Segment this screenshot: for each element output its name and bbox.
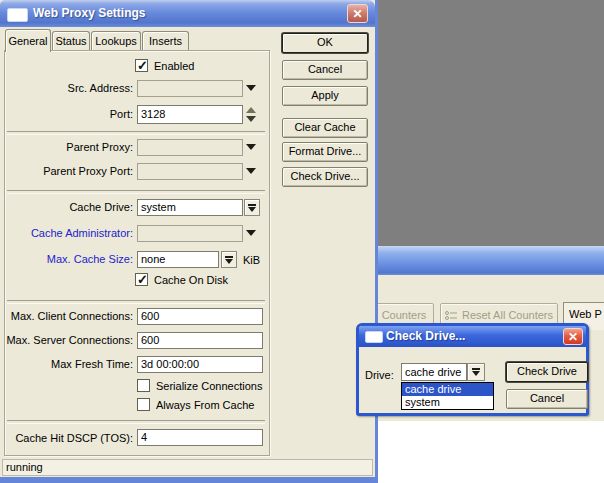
dropdown-option-cache-drive[interactable]: cache drive xyxy=(402,383,493,396)
combo-drop-icon xyxy=(248,207,256,212)
format-drive-button[interactable]: Format Drive... xyxy=(282,142,368,162)
max-server-connections-label: Max. Server Connections: xyxy=(0,332,133,349)
check-drive-confirm-button[interactable]: Check Drive xyxy=(506,362,588,382)
cache-hit-dscp-label: Cache Hit DSCP (TOS): xyxy=(0,430,133,447)
cache-drive-combo-button[interactable] xyxy=(244,199,260,216)
cache-drive-label: Cache Drive: xyxy=(0,199,133,216)
parent-proxy-field[interactable] xyxy=(137,139,243,156)
spin-down-icon[interactable] xyxy=(246,116,256,122)
port-stepper[interactable] xyxy=(246,107,256,122)
tab-general[interactable]: General xyxy=(5,29,51,52)
cancel-button-label: Cancel xyxy=(308,63,342,75)
check-drive-confirm-label: Check Drive xyxy=(517,365,577,377)
max-fresh-time-label: Max Fresh Time: xyxy=(0,356,133,373)
clear-cache-button-label: Clear Cache xyxy=(294,121,355,133)
dropdown-arrow-icon[interactable] xyxy=(246,144,256,150)
port-label: Port: xyxy=(0,106,133,123)
drive-dropdown-list: cache drive system xyxy=(401,382,494,410)
separator xyxy=(7,131,265,134)
combo-drop-icon xyxy=(472,368,480,370)
check-drive-title: Check Drive... xyxy=(386,329,465,343)
src-address-label: Src. Address: xyxy=(0,80,133,97)
spin-up-icon[interactable] xyxy=(246,107,256,113)
max-cache-size-combo-button[interactable] xyxy=(221,251,237,268)
check-drive-cancel-button[interactable]: Cancel xyxy=(506,389,588,409)
cache-on-disk-checkbox[interactable] xyxy=(135,273,148,286)
combo-drop-icon xyxy=(225,259,233,264)
max-cache-size-field[interactable]: none xyxy=(137,251,219,268)
check-drive-cancel-label: Cancel xyxy=(530,392,564,404)
max-server-connections-field[interactable]: 600 xyxy=(137,332,263,349)
check-drive-button[interactable]: Check Drive... xyxy=(282,167,368,187)
tab-inserts-label: Inserts xyxy=(149,35,182,47)
check-drive-button-label: Check Drive... xyxy=(290,170,359,182)
counters-icon xyxy=(445,310,458,320)
screen: Counters Reset All Counters Web P Web Pr… xyxy=(0,0,604,483)
tab-general-label: General xyxy=(8,35,47,47)
always-from-cache-checkbox[interactable] xyxy=(137,398,150,411)
max-client-connections-field[interactable]: 600 xyxy=(137,308,263,325)
drive-label: Drive: xyxy=(365,366,394,384)
enabled-label: Enabled xyxy=(154,59,194,73)
combo-drop-icon xyxy=(472,371,480,376)
parent-proxy-port-field[interactable] xyxy=(137,163,243,180)
cancel-button[interactable]: Cancel xyxy=(282,60,368,80)
web-proxy-settings-window: Web Proxy Settings ✕ General Status Look… xyxy=(0,0,378,483)
enabled-checkbox[interactable] xyxy=(135,59,148,72)
close-icon[interactable]: ✕ xyxy=(563,328,583,345)
separator xyxy=(7,190,265,193)
window-icon xyxy=(7,8,28,22)
combo-drop-icon xyxy=(248,204,256,206)
max-cache-size-label: Max. Cache Size: xyxy=(0,251,133,268)
cache-on-disk-label: Cache On Disk xyxy=(154,273,228,287)
tab-status[interactable]: Status xyxy=(52,31,90,51)
dropdown-arrow-icon[interactable] xyxy=(246,168,256,174)
src-address-field[interactable] xyxy=(137,80,243,97)
format-drive-button-label: Format Drive... xyxy=(289,145,362,157)
dropdown-option-system[interactable]: system xyxy=(402,396,493,409)
separator xyxy=(7,420,265,423)
clear-cache-button[interactable]: Clear Cache xyxy=(282,118,368,138)
apply-button-label: Apply xyxy=(311,89,339,101)
dropdown-arrow-icon[interactable] xyxy=(246,230,256,236)
drive-field[interactable]: cache drive xyxy=(401,363,467,381)
cache-administrator-field[interactable] xyxy=(137,225,243,242)
status-bar: running xyxy=(2,459,373,476)
tab-lookups-label: Lookups xyxy=(95,35,137,47)
parent-proxy-port-label: Parent Proxy Port: xyxy=(0,163,133,180)
port-field[interactable]: 3128 xyxy=(137,105,243,124)
serialize-connections-checkbox[interactable] xyxy=(137,379,150,392)
max-client-connections-label: Max. Client Connections: xyxy=(0,308,133,325)
check-drive-window: Check Drive... ✕ Drive: cache drive cach… xyxy=(356,323,589,416)
cache-administrator-label: Cache Administrator: xyxy=(0,225,133,242)
tab-inserts[interactable]: Inserts xyxy=(142,31,189,51)
kib-unit-label: KiB xyxy=(243,253,260,267)
cache-hit-dscp-field[interactable]: 4 xyxy=(137,429,263,446)
serialize-connections-label: Serialize Connections xyxy=(156,379,262,393)
desktop-background xyxy=(378,0,604,246)
background-window-edge xyxy=(378,246,604,275)
web-proxy-tab-label: Web P xyxy=(569,308,602,320)
tab-status-label: Status xyxy=(55,35,86,47)
always-from-cache-label: Always From Cache xyxy=(156,398,254,412)
ok-button-label: OK xyxy=(317,36,333,48)
combo-drop-icon xyxy=(225,256,233,258)
window-title: Web Proxy Settings xyxy=(33,6,145,20)
titlebar[interactable]: Web Proxy Settings ✕ xyxy=(0,0,375,27)
dropdown-arrow-icon[interactable] xyxy=(246,85,256,91)
window-icon xyxy=(365,331,383,343)
reset-all-counters-label: Reset All Counters xyxy=(462,309,553,321)
check-drive-titlebar[interactable]: Check Drive... ✕ xyxy=(359,326,586,347)
separator xyxy=(7,300,265,303)
close-icon[interactable]: ✕ xyxy=(347,4,368,23)
ok-button[interactable]: OK xyxy=(282,33,368,53)
max-fresh-time-field[interactable]: 3d 00:00:00 xyxy=(137,356,263,373)
counters-button-label: Counters xyxy=(382,309,427,321)
parent-proxy-label: Parent Proxy: xyxy=(0,139,133,156)
apply-button[interactable]: Apply xyxy=(282,86,368,106)
status-text: running xyxy=(6,461,43,473)
drive-combo-button[interactable] xyxy=(467,363,485,381)
tab-lookups[interactable]: Lookups xyxy=(91,31,141,51)
background-canvas xyxy=(378,421,604,483)
cache-drive-field[interactable]: system xyxy=(137,199,243,216)
